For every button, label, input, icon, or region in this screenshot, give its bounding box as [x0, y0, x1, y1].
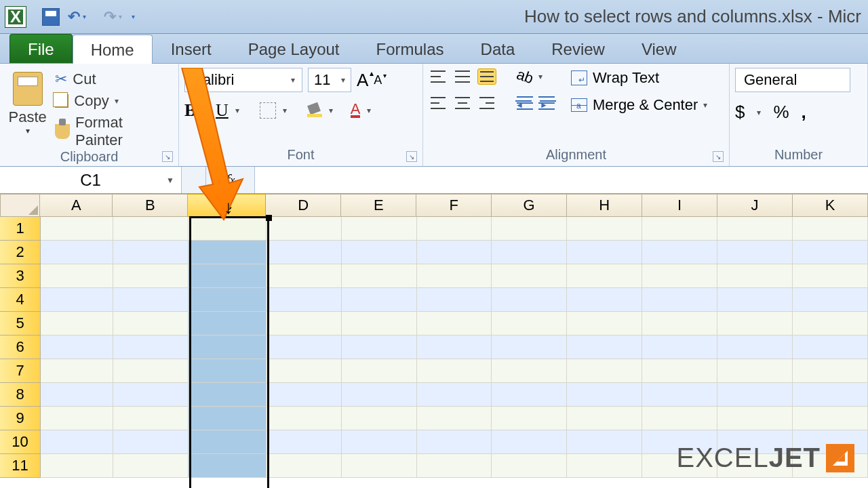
save-button[interactable]	[39, 5, 62, 28]
column-header-e[interactable]: E	[341, 194, 416, 217]
align-bottom-button[interactable]	[477, 68, 496, 85]
cell[interactable]	[492, 217, 567, 241]
undo-dropdown-icon[interactable]: ▾	[83, 13, 86, 20]
cell[interactable]	[267, 217, 342, 241]
column-header-g[interactable]: G	[492, 194, 567, 217]
cell[interactable]	[342, 336, 417, 359]
selection-handle[interactable]	[266, 215, 272, 221]
increase-indent-button[interactable]: ►	[538, 96, 555, 110]
row-header-3[interactable]: 3	[0, 264, 41, 288]
cell[interactable]	[417, 407, 492, 430]
wrap-text-button[interactable]: Wrap Text	[571, 69, 707, 87]
cell[interactable]	[342, 359, 417, 383]
cell[interactable]	[41, 241, 113, 264]
cut-button[interactable]: ✂ Cut	[55, 70, 173, 88]
cell[interactable]	[417, 264, 492, 288]
align-left-button[interactable]	[429, 95, 448, 111]
cell[interactable]	[492, 454, 567, 478]
cell[interactable]	[41, 312, 113, 336]
format-painter-button[interactable]: Format Painter	[55, 114, 173, 149]
cell[interactable]	[793, 288, 868, 312]
cell[interactable]	[189, 407, 267, 430]
font-color-button[interactable]: A	[351, 103, 361, 118]
copy-button[interactable]: Copy ▾	[55, 92, 173, 110]
cell[interactable]	[113, 217, 189, 241]
formula-input[interactable]	[255, 167, 868, 193]
cell[interactable]	[41, 359, 113, 383]
cell[interactable]	[267, 383, 342, 407]
cell[interactable]	[342, 217, 417, 241]
tab-data[interactable]: Data	[462, 34, 534, 63]
column-header-k[interactable]: K	[793, 194, 868, 217]
cell[interactable]	[567, 383, 642, 407]
cell[interactable]	[189, 288, 267, 312]
row-header-10[interactable]: 10	[0, 430, 41, 454]
row-header-11[interactable]: 11	[0, 454, 41, 478]
cell[interactable]	[492, 264, 567, 288]
row-header-1[interactable]: 1	[0, 217, 41, 241]
align-center-button[interactable]	[453, 95, 472, 111]
cell[interactable]	[793, 241, 868, 264]
row-header-6[interactable]: 6	[0, 336, 41, 359]
merge-center-button[interactable]: Merge & Center ▾	[571, 96, 707, 114]
cell[interactable]	[642, 407, 717, 430]
cell[interactable]	[267, 336, 342, 359]
cell[interactable]	[417, 312, 492, 336]
align-middle-button[interactable]	[453, 68, 472, 85]
cell[interactable]	[189, 336, 267, 359]
cell[interactable]	[642, 288, 717, 312]
row-header-8[interactable]: 8	[0, 383, 41, 407]
cell[interactable]	[417, 241, 492, 264]
cell[interactable]	[567, 454, 642, 478]
cell[interactable]	[492, 312, 567, 336]
cell[interactable]	[267, 241, 342, 264]
tab-view[interactable]: View	[623, 34, 695, 63]
redo-dropdown-icon[interactable]: ▾	[119, 13, 122, 20]
row-header-4[interactable]: 4	[0, 288, 41, 312]
comma-style-button[interactable]: ,	[802, 102, 806, 123]
font-name-select[interactable]: Calibri ▾	[184, 68, 302, 92]
align-top-button[interactable]	[429, 68, 448, 85]
cell[interactable]	[342, 264, 417, 288]
cells-area[interactable]	[41, 217, 868, 478]
currency-dropdown[interactable]: ▾	[757, 108, 761, 117]
cell[interactable]	[642, 312, 717, 336]
cell[interactable]	[642, 264, 717, 288]
cell[interactable]	[113, 359, 189, 383]
cell[interactable]	[492, 359, 567, 383]
cell[interactable]	[492, 407, 567, 430]
cell[interactable]	[41, 454, 113, 478]
cell[interactable]	[342, 312, 417, 336]
cell[interactable]	[189, 359, 267, 383]
cell[interactable]	[417, 383, 492, 407]
percent-button[interactable]: %	[773, 102, 789, 123]
cell[interactable]	[113, 288, 189, 312]
dialog-launcher-icon[interactable]: ↘	[162, 151, 173, 162]
column-header-j[interactable]: J	[717, 194, 793, 217]
cell[interactable]	[717, 359, 793, 383]
cell[interactable]	[342, 430, 417, 454]
cell[interactable]	[492, 241, 567, 264]
cell[interactable]	[41, 430, 113, 454]
cell[interactable]	[492, 288, 567, 312]
cell[interactable]	[41, 264, 113, 288]
underline-button[interactable]: U	[216, 100, 229, 121]
currency-button[interactable]: $	[735, 102, 745, 123]
cell[interactable]	[417, 217, 492, 241]
cell[interactable]	[189, 454, 267, 478]
row-header-5[interactable]: 5	[0, 312, 41, 336]
cell[interactable]	[417, 336, 492, 359]
tab-formulas[interactable]: Formulas	[358, 34, 462, 63]
cell[interactable]	[189, 430, 267, 454]
cell[interactable]	[189, 312, 267, 336]
cell[interactable]	[41, 383, 113, 407]
cell[interactable]	[267, 264, 342, 288]
cell[interactable]	[567, 430, 642, 454]
cell[interactable]	[417, 359, 492, 383]
cell[interactable]	[113, 383, 189, 407]
cell[interactable]	[267, 454, 342, 478]
increase-font-button[interactable]: A▴	[357, 70, 368, 91]
font-color-dropdown[interactable]: ▾	[367, 106, 371, 115]
borders-dropdown[interactable]: ▾	[283, 106, 287, 115]
cell[interactable]	[567, 312, 642, 336]
